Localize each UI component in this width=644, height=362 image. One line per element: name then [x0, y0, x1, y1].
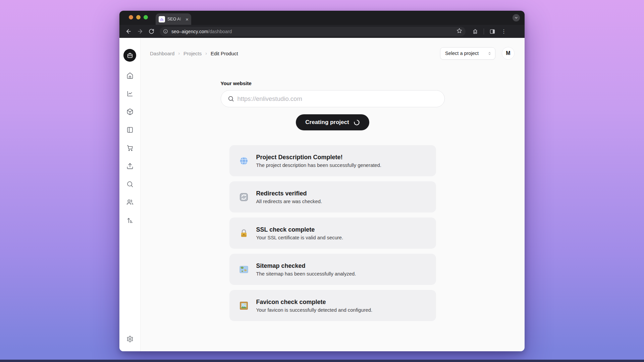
toolbar-divider [484, 28, 484, 35]
card-description: All redirects are was checked. [256, 199, 322, 204]
card-description: The sitemap has been successfully analyz… [256, 271, 356, 277]
layout-icon[interactable] [126, 126, 133, 133]
card-title: SSL check complete [256, 226, 343, 233]
upload-icon[interactable] [126, 162, 133, 170]
card-title: Redirects verified [256, 190, 322, 197]
url-host: seo–aigency.com [171, 29, 208, 34]
status-card: Sitemap checked The sitemap has been suc… [229, 254, 436, 285]
reload-button[interactable] [146, 26, 156, 37]
sidebar-nav [126, 72, 133, 224]
rankings-icon[interactable] [126, 217, 133, 224]
zoom-window-button[interactable] [144, 15, 148, 19]
browser-toolbar: seo–aigency.com/dashboard ⋮ [119, 25, 525, 38]
tab-title: SEO AI [167, 17, 183, 21]
creating-project-label: Creating project [305, 119, 349, 126]
creating-project-button[interactable]: Creating project [296, 114, 369, 130]
tab-search-button[interactable] [513, 14, 520, 21]
lock-icon [239, 228, 249, 238]
status-card: Project Description Complete! The projec… [229, 145, 436, 176]
status-card: SSL check complete Your SSL certificate … [229, 218, 436, 249]
home-icon[interactable] [126, 72, 133, 79]
status-card-list: Project Description Complete! The projec… [229, 145, 436, 321]
search-icon [228, 96, 234, 102]
url-path: /dashboard [208, 29, 232, 34]
tab-strip: SEO AI × [119, 11, 525, 25]
website-input[interactable]: https://enlivestudio.com [221, 90, 445, 107]
project-select[interactable]: Select a project [440, 47, 495, 60]
address-bar[interactable]: seo–aigency.com/dashboard [160, 27, 466, 36]
back-button[interactable] [123, 26, 133, 37]
forward-button[interactable] [135, 26, 145, 37]
url-text: seo–aigency.com/dashboard [171, 29, 232, 34]
window-controls [129, 15, 148, 19]
spinner-icon [354, 119, 360, 126]
card-description: Your SSL certificate is valid and secure… [256, 235, 343, 240]
project-select-label: Select a project [445, 51, 479, 56]
picture-icon [239, 301, 249, 311]
browser-menu-icon[interactable]: ⋮ [499, 26, 509, 37]
minimize-window-button[interactable] [136, 15, 141, 19]
side-panel-icon[interactable] [487, 26, 497, 37]
card-title: Favicon check complete [256, 299, 373, 306]
browser-tab[interactable]: SEO AI × [156, 13, 191, 25]
workspace-logo[interactable] [123, 49, 136, 62]
analytics-icon[interactable] [126, 90, 133, 97]
tab-close-icon[interactable]: × [185, 17, 189, 22]
map-icon [239, 264, 249, 275]
card-description: The project description has been success… [256, 163, 381, 168]
card-description: Your favicon is successfully detected an… [256, 307, 373, 313]
site-info-icon[interactable] [162, 28, 169, 35]
card-title: Sitemap checked [256, 262, 356, 269]
products-icon[interactable] [126, 108, 133, 115]
site-favicon [159, 16, 165, 22]
redirect-icon [239, 192, 249, 202]
users-icon[interactable] [126, 198, 133, 206]
app-sidebar [119, 38, 141, 351]
desktop-bottom-edge [0, 360, 644, 362]
browser-window: SEO AI × seo–aigency.com/dashboard [119, 11, 525, 351]
breadcrumb-projects[interactable]: Projects [183, 51, 202, 56]
breadcrumb: Dashboard › Projects › Edit Product [150, 51, 238, 56]
chevron-up-down-icon [487, 51, 492, 56]
bookmark-star-icon[interactable] [457, 28, 462, 35]
search-icon[interactable] [126, 180, 133, 188]
settings-icon[interactable] [126, 335, 133, 343]
close-window-button[interactable] [129, 15, 133, 19]
website-input-placeholder: https://enlivestudio.com [237, 95, 302, 103]
status-card: Redirects verified All redirects are was… [229, 181, 436, 213]
extensions-icon[interactable] [470, 26, 480, 37]
globe-icon [239, 156, 249, 166]
breadcrumb-dashboard[interactable]: Dashboard [150, 51, 174, 56]
website-field-label: Your website [221, 80, 445, 86]
chevron-right-icon: › [205, 51, 207, 56]
main-panel: Dashboard › Projects › Edit Product Sele… [141, 38, 525, 351]
breadcrumb-edit-product: Edit Product [211, 51, 238, 56]
cart-icon[interactable] [126, 144, 133, 152]
user-avatar[interactable]: M [502, 47, 515, 60]
chevron-right-icon: › [178, 51, 180, 56]
status-card: Favicon check complete Your favicon is s… [229, 290, 436, 321]
card-title: Project Description Complete! [256, 154, 381, 161]
